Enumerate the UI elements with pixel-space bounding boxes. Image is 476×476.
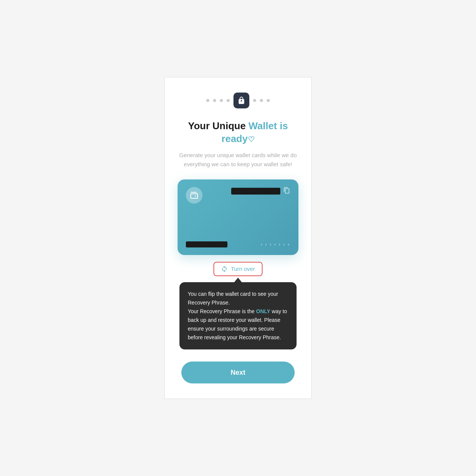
- dot-7: [260, 99, 263, 102]
- dot-4: [227, 99, 230, 102]
- dot-6: [253, 99, 256, 102]
- dot-5-lock-icon: [233, 93, 249, 108]
- tooltip-wrapper: You can flip the wallet card to see your…: [179, 278, 297, 350]
- tooltip-box: You can flip the wallet card to see your…: [179, 282, 297, 350]
- tooltip-line2: Your Recovery Phrase is the: [188, 308, 256, 314]
- heart-icon: ♡: [248, 135, 255, 144]
- subtitle-text: Generate your unique wallet cards while …: [176, 151, 300, 169]
- dot-3: [220, 99, 223, 102]
- tooltip-arrow: [234, 278, 242, 282]
- copy-icon[interactable]: [283, 187, 290, 196]
- flip-icon: [221, 266, 228, 272]
- dot-1: [206, 99, 209, 102]
- card-arrows: › › › › › › ›: [261, 241, 290, 247]
- wallet-logo-icon: [190, 191, 199, 200]
- dot-2: [213, 99, 216, 102]
- wallet-card: › › › › › › ›: [178, 179, 298, 255]
- phone-screen: Your Unique Wallet is ready♡ Generate yo…: [164, 77, 312, 399]
- next-button-label: Next: [230, 369, 245, 376]
- card-logo: [186, 187, 202, 204]
- card-address-row: [231, 187, 290, 196]
- page-title: Your Unique Wallet is ready♡: [176, 120, 300, 145]
- pagination-dots: [206, 93, 270, 108]
- next-button[interactable]: Next: [181, 362, 295, 383]
- title-prefix: Your Unique: [188, 120, 249, 131]
- turn-over-button[interactable]: Turn over: [213, 262, 263, 276]
- tooltip-highlight: ONLY: [256, 308, 270, 314]
- card-address-redacted: [231, 188, 280, 195]
- lock-icon: [237, 96, 246, 105]
- card-name-redacted: [186, 241, 227, 247]
- dot-8: [267, 99, 270, 102]
- card-top: [186, 187, 290, 204]
- turn-over-label: Turn over: [231, 266, 255, 272]
- card-bottom: › › › › › › ›: [186, 241, 290, 247]
- title-section: Your Unique Wallet is ready♡ Generate yo…: [172, 120, 304, 169]
- tooltip-line1: You can flip the wallet card to see your…: [188, 291, 278, 306]
